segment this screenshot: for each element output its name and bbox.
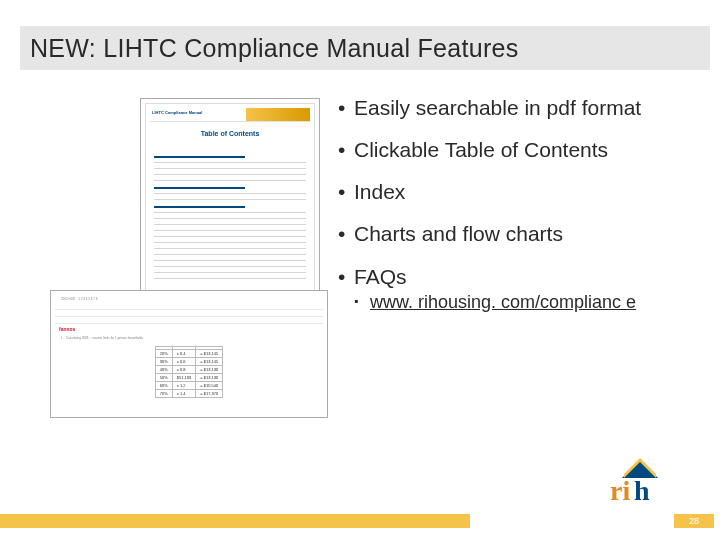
page-number: 28	[674, 514, 714, 528]
bullet-item: Clickable Table of Contents	[338, 138, 696, 162]
toc-document-thumbnail: LIHTC Compliance Manual Table of Content…	[140, 98, 320, 314]
table-document-thumbnail: 2015 HUD 1 2 3 4 5 6 7 8 fannos 1. Calcu…	[50, 290, 328, 418]
bullet-item: Easily searchable in pdf format	[338, 96, 696, 120]
doc-brand-label: fannos	[55, 324, 323, 334]
svg-text:h: h	[634, 475, 650, 506]
rihousing-logo-icon: ri h	[604, 450, 666, 506]
doc-toc-label: Table of Contents	[146, 130, 314, 137]
bullet-label: FAQs	[354, 265, 407, 288]
slide-title: NEW: LIHTC Compliance Manual Features	[30, 34, 519, 63]
svg-text:ri: ri	[610, 475, 630, 506]
footer-accent-bar	[0, 514, 470, 528]
sub-bullet-item: www. rihousing. com/complianc e	[354, 293, 696, 313]
bullet-item: Charts and flow charts	[338, 222, 696, 246]
doc-header-label: LIHTC Compliance Manual	[152, 110, 202, 115]
sub-bullets: www. rihousing. com/complianc e	[354, 293, 696, 313]
doc-mini-table: 20%x 0.4= $13,145 30%x 0.6= $13,145 40%x…	[155, 346, 223, 398]
bullet-item: FAQs www. rihousing. com/complianc e	[338, 265, 696, 313]
compliance-link[interactable]: www. rihousing. com/complianc e	[370, 292, 636, 312]
feature-bullets: Easily searchable in pdf format Clickabl…	[338, 96, 696, 313]
slide-title-bar: NEW: LIHTC Compliance Manual Features	[20, 26, 710, 70]
bullet-list-container: Easily searchable in pdf format Clickabl…	[338, 96, 696, 331]
bullet-item: Index	[338, 180, 696, 204]
